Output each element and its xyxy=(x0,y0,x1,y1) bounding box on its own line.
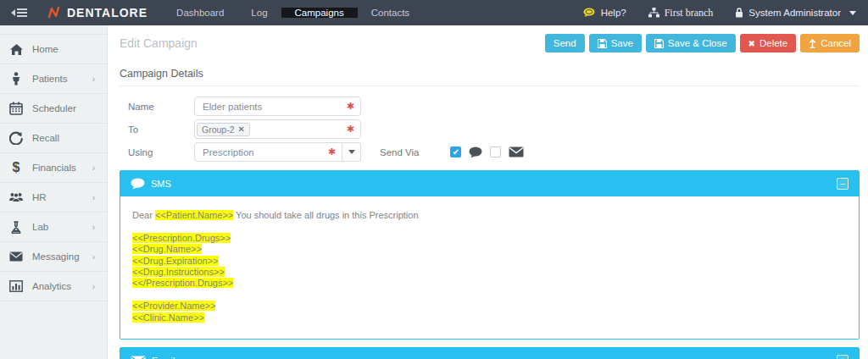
bar-chart-icon xyxy=(0,280,32,292)
tab-log[interactable]: Log xyxy=(237,8,281,18)
sms-panel-title: SMS xyxy=(151,179,171,189)
sms-line: <<Clinic.Name>> xyxy=(132,312,847,323)
branch-label: First branch xyxy=(665,7,714,19)
sidebar-item-recall[interactable]: Recall xyxy=(0,124,107,153)
collapse-menu-icon[interactable] xyxy=(0,0,37,25)
user-label: System Administrator xyxy=(748,8,841,18)
page-title: Edit Campaign xyxy=(120,36,198,50)
email-envelope-icon xyxy=(509,146,524,157)
name-label: Name xyxy=(120,102,194,112)
remove-tag-icon[interactable]: ✕ xyxy=(238,124,245,134)
main-content: Edit Campaign Send Save Save & Close ✖ D… xyxy=(108,25,868,359)
envelope-icon xyxy=(0,251,32,262)
branch-menu[interactable]: First branch xyxy=(648,7,714,19)
sms-panel: SMS − Dear <<Patient.Name>> You should t… xyxy=(120,170,860,340)
action-buttons: Send Save Save & Close ✖ Delete xyxy=(545,34,860,52)
sidebar-item-label: Home xyxy=(32,44,58,54)
help-label: Help? xyxy=(601,8,626,18)
sms-line: <</Prescription.Drugs>> xyxy=(132,278,847,289)
sidebar-item-label: HR xyxy=(32,192,47,202)
user-menu[interactable]: System Administrator xyxy=(735,8,856,18)
email-panel-title: Email xyxy=(152,356,175,359)
collapse-panel-button[interactable]: − xyxy=(837,178,849,190)
recall-refresh-icon xyxy=(0,131,32,145)
tab-contacts[interactable]: Contacts xyxy=(358,8,423,18)
chevron-right-icon: › xyxy=(92,75,95,84)
sidebar-item-scheduler[interactable]: Scheduler xyxy=(0,94,107,124)
expand-panel-button[interactable]: + xyxy=(837,355,849,359)
sidebar-item-label: Patients xyxy=(32,74,68,84)
recipient-tag: Group-2 ✕ xyxy=(197,123,250,136)
dollar-icon: $ xyxy=(0,160,32,175)
dropdown-caret-button[interactable] xyxy=(342,142,361,162)
sms-line: <<Drug.Name>> xyxy=(132,244,847,255)
sms-line-blank xyxy=(132,221,847,232)
top-navbar: DENTALORE Dashboard Log Campaigns Contac… xyxy=(0,0,868,25)
save-disk-icon xyxy=(598,39,607,48)
chevron-right-icon: › xyxy=(92,193,95,202)
chevron-right-icon: › xyxy=(92,282,95,291)
sms-line: <<Prescription.Drugs>> xyxy=(132,233,847,244)
people-icon xyxy=(0,191,32,203)
campaign-form: Name ✱ To Group-2 ✕ ✱ Using Prescr xyxy=(120,97,860,162)
name-input[interactable] xyxy=(194,97,361,116)
send-via-label: Send Via xyxy=(380,147,419,157)
sidebar-item-label: Messaging xyxy=(32,251,80,262)
tab-campaigns[interactable]: Campaigns xyxy=(281,8,358,18)
sidebar-item-label: Recall xyxy=(32,133,59,143)
send-via-sms-checkbox[interactable]: ✔ xyxy=(450,146,461,157)
chevron-right-icon: › xyxy=(92,223,95,232)
brand-logo[interactable]: DENTALORE xyxy=(37,6,163,19)
x-icon: ✖ xyxy=(748,39,755,48)
sidebar-item-label: Lab xyxy=(32,222,48,232)
help-chat-icon xyxy=(583,8,596,18)
chevron-right-icon: › xyxy=(92,163,95,173)
sitemap-icon xyxy=(648,8,659,18)
send-via-email-checkbox[interactable] xyxy=(490,146,501,157)
sms-message-body[interactable]: Dear <<Patient.Name>> You should take al… xyxy=(120,196,859,339)
section-title: Campaign Details xyxy=(120,68,860,86)
required-asterisk: ✱ xyxy=(328,146,336,157)
sms-line: <<Provider.Name>> xyxy=(132,301,847,312)
send-via-group: Send Via ✔ xyxy=(380,146,524,158)
sms-bubble-icon xyxy=(131,178,145,190)
sidebar-item-messaging[interactable]: Messaging › xyxy=(0,242,107,272)
sms-line-blank xyxy=(132,290,847,301)
sidebar-item-patients[interactable]: Patients › xyxy=(0,64,107,94)
cancel-button[interactable]: Cancel xyxy=(800,34,860,52)
to-input[interactable]: Group-2 ✕ xyxy=(194,119,361,139)
to-label: To xyxy=(120,124,194,135)
sms-panel-header: SMS − xyxy=(120,171,859,196)
flask-icon xyxy=(0,221,32,234)
sidebar-item-label: Scheduler xyxy=(32,103,76,113)
using-label: Using xyxy=(120,147,194,157)
lock-icon xyxy=(735,8,743,18)
chevron-right-icon: › xyxy=(92,252,95,262)
main-nav: Dashboard Log Campaigns Contacts xyxy=(163,8,423,18)
save-and-close-button[interactable]: Save & Close xyxy=(646,34,736,52)
pulse-logo-icon xyxy=(47,6,61,19)
arrow-left-icon xyxy=(11,9,15,16)
chevron-down-icon xyxy=(849,11,856,15)
patient-icon xyxy=(0,72,32,86)
sidebar-item-hr[interactable]: HR › xyxy=(0,183,107,213)
required-asterisk: ✱ xyxy=(347,124,354,135)
sidebar-item-financials[interactable]: $ Financials › xyxy=(0,153,107,183)
using-select[interactable]: Prescription xyxy=(194,142,342,162)
sms-line: <<Drug.Expiration>> xyxy=(132,256,847,267)
brand-name: DENTALORE xyxy=(67,6,147,19)
required-asterisk: ✱ xyxy=(347,101,354,112)
sidebar-item-home[interactable]: Home xyxy=(0,35,107,64)
sidebar-item-lab[interactable]: Lab › xyxy=(0,213,107,242)
email-panel: Email + xyxy=(120,347,860,359)
tab-dashboard[interactable]: Dashboard xyxy=(163,8,237,18)
sms-bubble-icon xyxy=(469,146,482,158)
save-button[interactable]: Save xyxy=(589,34,642,52)
sidebar: Home Patients › Scheduler Recall $ Finan… xyxy=(0,25,108,359)
help-menu[interactable]: Help? xyxy=(583,8,626,18)
sidebar-item-label: Analytics xyxy=(32,281,71,291)
sidebar-item-analytics[interactable]: Analytics › xyxy=(0,272,107,301)
delete-button[interactable]: ✖ Delete xyxy=(740,34,797,52)
send-button[interactable]: Send xyxy=(545,34,585,52)
sms-line: Dear <<Patient.Name>> You should take al… xyxy=(132,210,847,221)
